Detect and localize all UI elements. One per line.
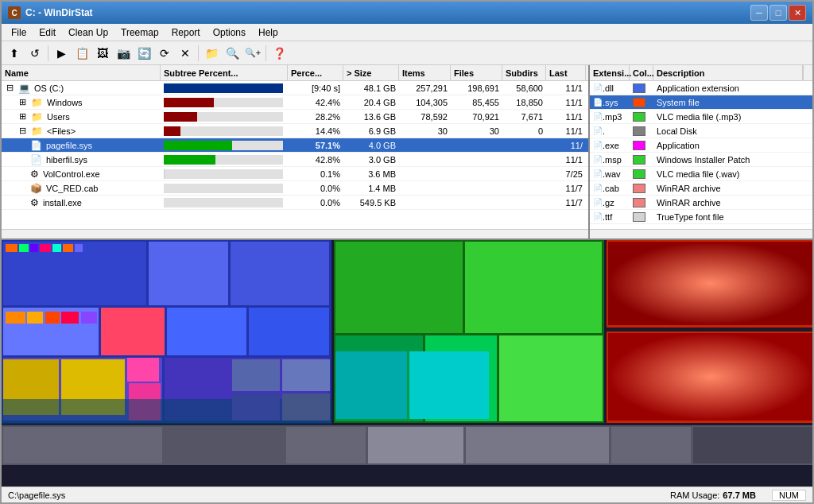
expand-icon[interactable]: ⊟	[5, 83, 14, 93]
tb-folder-button[interactable]: 📁	[202, 44, 221, 63]
ext-label: .wav	[603, 169, 621, 179]
file-icon: 📄	[593, 198, 603, 207]
list-item[interactable]: 📄 .ttfTrueType font file	[590, 210, 812, 224]
svg-rect-33	[608, 333, 812, 421]
tb-refresh-button[interactable]: ↺	[25, 44, 45, 63]
row-icon: 📁	[31, 126, 43, 137]
table-row[interactable]: ⚙VolControl.exe0.1%3.6 MB7/25	[2, 167, 588, 181]
menu-bar: File Edit Clean Up Treemap Report Option…	[2, 24, 812, 41]
color-swatch	[633, 141, 645, 150]
svg-rect-45	[61, 312, 79, 324]
row-perce: 42.4%	[288, 98, 343, 107]
list-item[interactable]: 📄 .mp3VLC media file (.mp3)	[590, 110, 812, 124]
row-size: 1.4 MB	[343, 184, 399, 193]
col-header-size[interactable]: > Size	[343, 65, 399, 80]
menu-edit[interactable]: Edit	[33, 25, 62, 40]
maximize-button[interactable]: □	[769, 5, 787, 21]
list-item[interactable]: 📄 .mspWindows Installer Patch	[590, 153, 812, 167]
svg-rect-48	[232, 359, 280, 391]
list-item[interactable]: 📄 .sysSystem file	[590, 95, 812, 110]
ext-header: Extensi... Col... Description	[590, 65, 812, 81]
treemap-canvas[interactable]	[2, 240, 812, 487]
table-row[interactable]: ⚙install.exe0.0%549.5 KB11/7	[2, 196, 588, 210]
list-item[interactable]: 📄 .cabWinRAR archive	[590, 181, 812, 196]
svg-rect-50	[232, 394, 280, 421]
table-row[interactable]: ⊟📁<Files>14.4%6.9 GB3030011/1	[2, 124, 588, 138]
color-swatch	[633, 112, 645, 122]
col-header-last[interactable]: Last	[546, 65, 586, 80]
ext-col-header-desc[interactable]: Description	[653, 65, 803, 80]
tb-help-button[interactable]: ❓	[269, 44, 289, 63]
table-row[interactable]: ⊞📁Windows42.4%20.4 GB104,30585,45518,850…	[2, 95, 588, 110]
toolbar: ⬆ ↺ ▶ 📋 🖼 📷 🔄 ⟳ ✕ 📁 🔍 🔍+ ❓	[2, 41, 812, 65]
tb-reload-button[interactable]: ⟳	[155, 44, 174, 63]
col-header-subdirs[interactable]: Subdirs	[502, 65, 546, 80]
list-item[interactable]: 📄 .Local Disk	[590, 124, 812, 138]
col-header-items[interactable]: Items	[399, 65, 451, 80]
tb-sync-button[interactable]: 🔄	[134, 44, 153, 63]
table-row[interactable]: 📄pagefile.sys57.1%4.0 GB11/	[2, 138, 588, 153]
close-button[interactable]: ✕	[789, 5, 806, 21]
row-files: 70,921	[451, 112, 502, 122]
tb-play-button[interactable]: ▶	[52, 44, 71, 63]
svg-rect-31	[608, 242, 812, 325]
menu-cleanup[interactable]: Clean Up	[62, 25, 114, 40]
subtree-bar	[164, 155, 283, 165]
col-header-name[interactable]: Name	[2, 65, 161, 80]
ext-col-header-color[interactable]: Col...	[630, 65, 653, 80]
table-row[interactable]: 📄hiberfil.sys42.8%3.0 GB11/1	[2, 153, 588, 167]
row-size: 4.0 GB	[343, 141, 399, 150]
tb-image-button[interactable]: 🖼	[93, 44, 112, 63]
col-header-subtree[interactable]: Subtree Percent...	[161, 65, 288, 80]
tb-zoom-button[interactable]: 🔍	[223, 44, 242, 63]
expand-icon[interactable]: ⊞	[17, 111, 27, 122]
ext-col-header-ext[interactable]: Extensi...	[590, 65, 630, 80]
minimize-button[interactable]: ─	[750, 5, 768, 21]
tb-back-button[interactable]: ⬆	[5, 44, 24, 63]
tb-cancel-button[interactable]: ✕	[176, 44, 195, 63]
svg-rect-43	[27, 312, 43, 324]
menu-treemap[interactable]: Treemap	[114, 25, 165, 40]
file-icon: 📄	[593, 141, 603, 149]
ext-label: .	[603, 126, 605, 136]
table-row[interactable]: 📦VC_RED.cab0.0%1.4 MB11/7	[2, 181, 588, 196]
ext-label: .sys	[603, 98, 618, 107]
ext-description: Windows Installer Patch	[653, 155, 812, 165]
col-header-perce[interactable]: Perce...	[288, 65, 343, 80]
menu-options[interactable]: Options	[207, 25, 252, 40]
list-item[interactable]: 📄 .exeApplication	[590, 138, 812, 153]
ext-label: .msp	[603, 155, 622, 165]
subtree-bar	[164, 126, 283, 136]
menu-file[interactable]: File	[5, 25, 33, 40]
subtree-bar	[164, 112, 283, 122]
table-row[interactable]: ⊞📁Users28.2%13.6 GB78,59270,9217,67111/1	[2, 110, 588, 124]
list-item[interactable]: 📄 .wavVLC media file (.wav)	[590, 167, 812, 181]
file-icon: 📄	[593, 169, 603, 178]
list-item[interactable]: 📄 .gzWinRAR archive	[590, 196, 812, 210]
row-files: 85,455	[451, 98, 502, 107]
menu-help[interactable]: Help	[252, 25, 285, 40]
row-name: VC_RED.cab	[46, 184, 98, 193]
list-item[interactable]: 📄 .dllApplication extension	[590, 81, 812, 95]
table-row[interactable]: ⊟💻OS (C:)[9:40 s]48.1 GB257,291198,69158…	[2, 81, 588, 95]
ext-description: System file	[653, 98, 812, 107]
svg-rect-27	[335, 351, 407, 419]
ext-description: WinRAR archive	[653, 184, 812, 193]
tb-zoomin-button[interactable]: 🔍+	[243, 44, 262, 63]
svg-rect-51	[282, 394, 330, 421]
menu-report[interactable]: Report	[165, 25, 207, 40]
treemap-section	[2, 240, 812, 487]
ext-scrollbar-h[interactable]	[590, 229, 812, 238]
tb-separator-2	[198, 45, 199, 61]
expand-icon[interactable]: ⊞	[17, 97, 27, 107]
title-bar-left: C C: - WinDirStat	[8, 6, 93, 19]
row-perce: 42.8%	[288, 155, 343, 165]
expand-icon[interactable]: ⊟	[17, 126, 27, 136]
tb-copy-button[interactable]: 📋	[72, 44, 91, 63]
col-header-files[interactable]: Files	[451, 65, 502, 80]
row-name: Windows	[47, 98, 83, 107]
row-files: 30	[451, 126, 502, 136]
svg-rect-36	[165, 427, 284, 463]
tree-scrollbar-h[interactable]	[2, 229, 588, 238]
tb-camera-button[interactable]: 📷	[114, 44, 133, 63]
